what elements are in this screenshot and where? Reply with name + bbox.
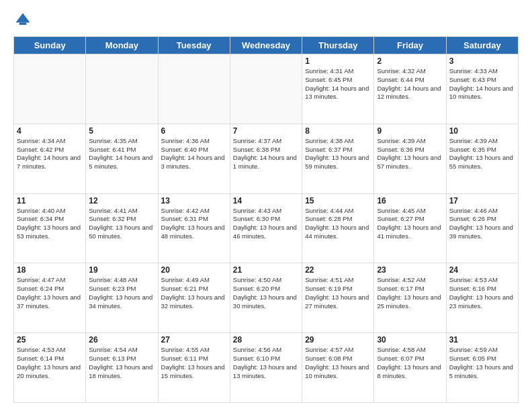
empty-cell [14,54,86,124]
week-row-1: 1Sunrise: 4:31 AM Sunset: 6:45 PM Daylig… [14,54,519,124]
svg-rect-1 [19,23,27,26]
day-cell-4: 4Sunrise: 4:34 AM Sunset: 6:42 PM Daylig… [14,124,86,193]
day-info: Sunrise: 4:58 AM Sunset: 6:07 PM Dayligh… [377,346,443,380]
day-number: 30 [377,335,443,345]
day-number: 15 [305,196,371,205]
day-info: Sunrise: 4:41 AM Sunset: 6:32 PM Dayligh… [89,207,154,241]
day-number: 17 [449,196,515,205]
day-number: 26 [89,335,154,345]
day-number: 6 [161,126,227,136]
day-cell-2: 2Sunrise: 4:32 AM Sunset: 6:44 PM Daylig… [374,54,446,124]
day-info: Sunrise: 4:34 AM Sunset: 6:42 PM Dayligh… [17,137,83,171]
day-info: Sunrise: 4:55 AM Sunset: 6:11 PM Dayligh… [161,346,227,380]
day-info: Sunrise: 4:51 AM Sunset: 6:19 PM Dayligh… [305,276,371,310]
weekday-header-friday: Friday [374,37,446,54]
day-cell-5: 5Sunrise: 4:35 AM Sunset: 6:41 PM Daylig… [86,124,158,193]
header [13,11,519,30]
day-info: Sunrise: 4:43 AM Sunset: 6:30 PM Dayligh… [233,207,299,241]
day-cell-12: 12Sunrise: 4:41 AM Sunset: 6:32 PM Dayli… [86,193,158,263]
day-info: Sunrise: 4:59 AM Sunset: 6:05 PM Dayligh… [449,346,515,380]
day-number: 5 [89,126,154,136]
day-info: Sunrise: 4:32 AM Sunset: 6:44 PM Dayligh… [377,67,443,101]
day-cell-24: 24Sunrise: 4:53 AM Sunset: 6:16 PM Dayli… [446,263,518,333]
day-cell-1: 1Sunrise: 4:31 AM Sunset: 6:45 PM Daylig… [302,54,374,124]
day-number: 19 [89,265,154,275]
day-cell-26: 26Sunrise: 4:54 AM Sunset: 6:13 PM Dayli… [86,333,158,403]
day-cell-31: 31Sunrise: 4:59 AM Sunset: 6:05 PM Dayli… [446,333,518,403]
day-info: Sunrise: 4:44 AM Sunset: 6:28 PM Dayligh… [305,207,371,241]
svg-marker-0 [16,13,30,23]
day-number: 25 [17,335,83,345]
day-number: 3 [449,56,515,66]
day-cell-14: 14Sunrise: 4:43 AM Sunset: 6:30 PM Dayli… [230,193,302,263]
day-cell-7: 7Sunrise: 4:37 AM Sunset: 6:38 PM Daylig… [230,124,302,193]
day-cell-23: 23Sunrise: 4:52 AM Sunset: 6:17 PM Dayli… [374,263,446,333]
day-cell-17: 17Sunrise: 4:46 AM Sunset: 6:26 PM Dayli… [446,193,518,263]
calendar-table: SundayMondayTuesdayWednesdayThursdayFrid… [13,36,519,403]
weekday-header-sunday: Sunday [14,37,86,54]
day-cell-22: 22Sunrise: 4:51 AM Sunset: 6:19 PM Dayli… [302,263,374,333]
day-info: Sunrise: 4:50 AM Sunset: 6:20 PM Dayligh… [233,276,299,310]
weekday-header-saturday: Saturday [446,37,518,54]
day-number: 2 [377,56,443,66]
day-number: 21 [233,265,299,275]
day-info: Sunrise: 4:47 AM Sunset: 6:24 PM Dayligh… [17,276,83,310]
weekday-header-monday: Monday [86,37,158,54]
weekday-header-tuesday: Tuesday [158,37,230,54]
week-row-4: 18Sunrise: 4:47 AM Sunset: 6:24 PM Dayli… [14,263,519,333]
day-cell-3: 3Sunrise: 4:33 AM Sunset: 6:43 PM Daylig… [446,54,518,124]
day-cell-8: 8Sunrise: 4:38 AM Sunset: 6:37 PM Daylig… [302,124,374,193]
day-info: Sunrise: 4:56 AM Sunset: 6:10 PM Dayligh… [233,346,299,380]
day-info: Sunrise: 4:39 AM Sunset: 6:35 PM Dayligh… [449,137,515,171]
day-number: 9 [377,126,443,136]
day-cell-6: 6Sunrise: 4:36 AM Sunset: 6:40 PM Daylig… [158,124,230,193]
day-number: 10 [449,126,515,136]
week-row-2: 4Sunrise: 4:34 AM Sunset: 6:42 PM Daylig… [14,124,519,193]
day-cell-18: 18Sunrise: 4:47 AM Sunset: 6:24 PM Dayli… [14,263,86,333]
day-info: Sunrise: 4:37 AM Sunset: 6:38 PM Dayligh… [233,137,299,171]
day-info: Sunrise: 4:49 AM Sunset: 6:21 PM Dayligh… [161,276,227,310]
day-info: Sunrise: 4:53 AM Sunset: 6:14 PM Dayligh… [17,346,83,380]
day-info: Sunrise: 4:48 AM Sunset: 6:23 PM Dayligh… [89,276,154,310]
day-info: Sunrise: 4:52 AM Sunset: 6:17 PM Dayligh… [377,276,443,310]
day-cell-19: 19Sunrise: 4:48 AM Sunset: 6:23 PM Dayli… [86,263,158,333]
weekday-header-row: SundayMondayTuesdayWednesdayThursdayFrid… [14,37,519,54]
day-number: 22 [305,265,371,275]
day-number: 31 [449,335,515,345]
day-info: Sunrise: 4:42 AM Sunset: 6:31 PM Dayligh… [161,207,227,241]
day-cell-30: 30Sunrise: 4:58 AM Sunset: 6:07 PM Dayli… [374,333,446,403]
day-number: 28 [233,335,299,345]
day-info: Sunrise: 4:33 AM Sunset: 6:43 PM Dayligh… [449,67,515,101]
day-number: 13 [161,196,227,205]
weekday-header-wednesday: Wednesday [230,37,302,54]
day-number: 27 [161,335,227,345]
week-row-5: 25Sunrise: 4:53 AM Sunset: 6:14 PM Dayli… [14,333,519,403]
day-cell-21: 21Sunrise: 4:50 AM Sunset: 6:20 PM Dayli… [230,263,302,333]
day-number: 8 [305,126,371,136]
day-cell-16: 16Sunrise: 4:45 AM Sunset: 6:27 PM Dayli… [374,193,446,263]
logo [13,11,35,30]
day-number: 1 [305,56,371,66]
day-info: Sunrise: 4:46 AM Sunset: 6:26 PM Dayligh… [449,207,515,241]
weekday-header-thursday: Thursday [302,37,374,54]
day-info: Sunrise: 4:36 AM Sunset: 6:40 PM Dayligh… [161,137,227,171]
day-info: Sunrise: 4:31 AM Sunset: 6:45 PM Dayligh… [305,67,371,101]
day-cell-15: 15Sunrise: 4:44 AM Sunset: 6:28 PM Dayli… [302,193,374,263]
day-info: Sunrise: 4:57 AM Sunset: 6:08 PM Dayligh… [305,346,371,380]
day-cell-25: 25Sunrise: 4:53 AM Sunset: 6:14 PM Dayli… [14,333,86,403]
empty-cell [86,54,158,124]
day-info: Sunrise: 4:54 AM Sunset: 6:13 PM Dayligh… [89,346,154,380]
day-cell-27: 27Sunrise: 4:55 AM Sunset: 6:11 PM Dayli… [158,333,230,403]
page: SundayMondayTuesdayWednesdayThursdayFrid… [0,0,532,411]
day-number: 11 [17,196,83,205]
day-info: Sunrise: 4:39 AM Sunset: 6:36 PM Dayligh… [377,137,443,171]
day-info: Sunrise: 4:45 AM Sunset: 6:27 PM Dayligh… [377,207,443,241]
day-cell-9: 9Sunrise: 4:39 AM Sunset: 6:36 PM Daylig… [374,124,446,193]
day-cell-10: 10Sunrise: 4:39 AM Sunset: 6:35 PM Dayli… [446,124,518,193]
day-info: Sunrise: 4:53 AM Sunset: 6:16 PM Dayligh… [449,276,515,310]
day-number: 7 [233,126,299,136]
day-cell-13: 13Sunrise: 4:42 AM Sunset: 6:31 PM Dayli… [158,193,230,263]
empty-cell [230,54,302,124]
day-cell-29: 29Sunrise: 4:57 AM Sunset: 6:08 PM Dayli… [302,333,374,403]
logo-icon [13,11,32,30]
